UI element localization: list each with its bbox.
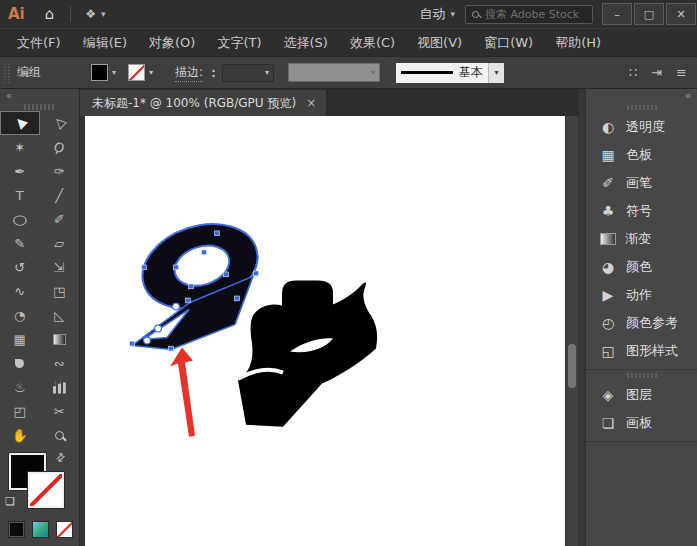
menu-type[interactable]: 文字(T) (206, 34, 272, 52)
live-corner-widget[interactable] (144, 337, 151, 344)
gradient-button[interactable] (32, 521, 49, 538)
ellipse-tool[interactable]: ○ (0, 207, 40, 231)
panel-button-gradient[interactable]: 渐变 (586, 225, 697, 253)
maximize-button[interactable]: □ (634, 3, 664, 25)
anchor-point[interactable] (215, 231, 220, 236)
panel-group-drag-handle[interactable] (627, 105, 657, 110)
close-tab-icon[interactable]: × (306, 96, 316, 110)
panel-button-transparency[interactable]: ◐透明度 (586, 113, 697, 141)
anchor-point[interactable] (202, 250, 207, 255)
zoom-tool[interactable] (40, 423, 80, 447)
auto-dropdown[interactable]: 自动 ▾ (409, 5, 465, 23)
type-tool[interactable]: T (0, 183, 40, 207)
eraser-tool[interactable]: ▱ (40, 231, 80, 255)
default-fill-stroke-icon[interactable]: ❏ (5, 495, 15, 508)
anchor-point[interactable] (169, 346, 174, 351)
panel-button-artboards[interactable]: ❏画板 (586, 409, 697, 437)
curvature-pen-tool[interactable]: ✑ (40, 159, 80, 183)
anchor-point[interactable] (235, 296, 240, 301)
anchor-point[interactable] (189, 284, 194, 289)
black-abstract-shape[interactable] (238, 280, 377, 426)
menu-edit[interactable]: 编辑(E) (72, 34, 138, 52)
swap-fill-stroke-icon[interactable]: ⇄ (53, 450, 69, 466)
anchor-point[interactable] (186, 298, 191, 303)
collapse-toolbar-icon[interactable]: « (0, 89, 79, 102)
panel-menu-icon[interactable]: ≡ (676, 65, 687, 80)
menu-effect[interactable]: 效果(C) (339, 34, 406, 52)
symbol-sprayer-tool[interactable]: ♨ (0, 375, 40, 399)
stroke-weight-label[interactable]: 描边: (175, 64, 203, 82)
eyedropper-tool[interactable] (0, 351, 40, 375)
selection-tool[interactable]: ▶ (0, 111, 40, 135)
panel-button-actions[interactable]: ▶动作 (586, 281, 697, 309)
vertical-scrollbar[interactable] (565, 116, 578, 546)
minimize-button[interactable]: – (602, 3, 632, 25)
workspace-switcher[interactable]: ❖ ▾ (77, 7, 113, 21)
anchor-point[interactable] (254, 271, 259, 276)
anchor-point[interactable] (142, 265, 147, 270)
panel-button-graphic-styles[interactable]: ◱图形样式 (586, 337, 697, 365)
magic-wand-tool[interactable]: ✶ (0, 135, 40, 159)
chevron-down-icon[interactable]: ▾ (145, 68, 157, 77)
perspective-grid-tool[interactable]: ◺ (40, 303, 80, 327)
anchor-point[interactable] (224, 272, 229, 277)
panel-button-layers[interactable]: ◈图层 (586, 381, 697, 409)
blend-tool[interactable]: ∾ (40, 351, 80, 375)
free-transform-tool[interactable]: ◳ (40, 279, 80, 303)
toolbar-drag-handle[interactable] (24, 104, 56, 110)
collapse-panels-icon[interactable]: « (586, 89, 697, 102)
menu-help[interactable]: 帮助(H) (544, 34, 612, 52)
menu-file[interactable]: 文件(F) (6, 34, 72, 52)
fill-color-swatch[interactable] (91, 64, 108, 81)
menu-object[interactable]: 对象(O) (138, 34, 206, 52)
panel-button-color-guide[interactable]: ◴颜色参考 (586, 309, 697, 337)
color-button[interactable] (8, 521, 25, 538)
hand-tool[interactable]: ✋ (0, 423, 40, 447)
live-corner-widget[interactable] (173, 303, 180, 310)
live-corner-widget[interactable] (155, 325, 162, 332)
shape-builder-tool[interactable]: ◔ (0, 303, 40, 327)
type-tool-icon: T (16, 189, 24, 202)
pen-tool[interactable]: ✒ (0, 159, 40, 183)
direct-selection-tool[interactable]: ▷ (40, 111, 80, 135)
stroke-color-swatch[interactable] (128, 64, 145, 81)
brush-definition-dropdown[interactable]: 基本 (396, 63, 488, 83)
artboard-canvas[interactable] (85, 116, 565, 546)
chevron-down-icon[interactable]: ▾ (108, 68, 120, 77)
align-icon[interactable]: ⇥ (651, 65, 662, 80)
menu-select[interactable]: 选择(S) (272, 34, 338, 52)
paintbrush-tool[interactable]: ✐ (40, 207, 80, 231)
panel-button-swatches[interactable]: ▦色板 (586, 141, 697, 169)
stroke-weight-stepper[interactable]: ▴ ▾ (207, 64, 220, 82)
rotate-tool[interactable]: ↺ (0, 255, 40, 279)
document-tab[interactable]: 未标题-1* @ 100% (RGB/GPU 预览) × (80, 90, 327, 116)
menu-window[interactable]: 窗口(W) (473, 34, 544, 52)
stroke-color-well[interactable] (28, 472, 64, 508)
slice-tool[interactable]: ✂ (40, 399, 80, 423)
panel-button-color[interactable]: ◕颜色 (586, 253, 697, 281)
width-tool[interactable]: ∿ (0, 279, 40, 303)
lasso-tool[interactable]: Ϙ (40, 135, 80, 159)
home-icon[interactable]: ⌂ (35, 5, 65, 23)
line-segment-tool[interactable]: ╱ (40, 183, 80, 207)
mesh-tool[interactable]: ▦ (0, 327, 40, 351)
close-button[interactable]: ✕ (666, 3, 696, 25)
artboard-tool[interactable]: ◰ (0, 399, 40, 423)
column-graph-tool[interactable] (40, 375, 80, 399)
none-button[interactable] (56, 521, 73, 538)
chevron-down-icon[interactable]: ▾ (488, 63, 504, 83)
panel-button-brushes[interactable]: ✐画笔 (586, 169, 697, 197)
anchor-point[interactable] (174, 265, 179, 270)
stepper-down-icon[interactable]: ▾ (212, 73, 215, 79)
panel-button-symbols[interactable]: ♣符号 (586, 197, 697, 225)
scale-tool[interactable]: ⇲ (40, 255, 80, 279)
panel-group-drag-handle[interactable] (627, 373, 657, 378)
menu-view[interactable]: 视图(V) (406, 34, 473, 52)
stock-search-input[interactable]: 搜索 Adobe Stock (465, 5, 593, 24)
recolor-artwork-icon[interactable]: ∷ (629, 65, 637, 80)
pencil-tool[interactable]: ✎ (0, 231, 40, 255)
scrollbar-thumb[interactable] (568, 344, 576, 388)
anchor-point[interactable] (130, 341, 135, 346)
gradient-tool[interactable] (40, 327, 80, 351)
stroke-weight-dropdown[interactable]: ▾ (222, 64, 274, 82)
